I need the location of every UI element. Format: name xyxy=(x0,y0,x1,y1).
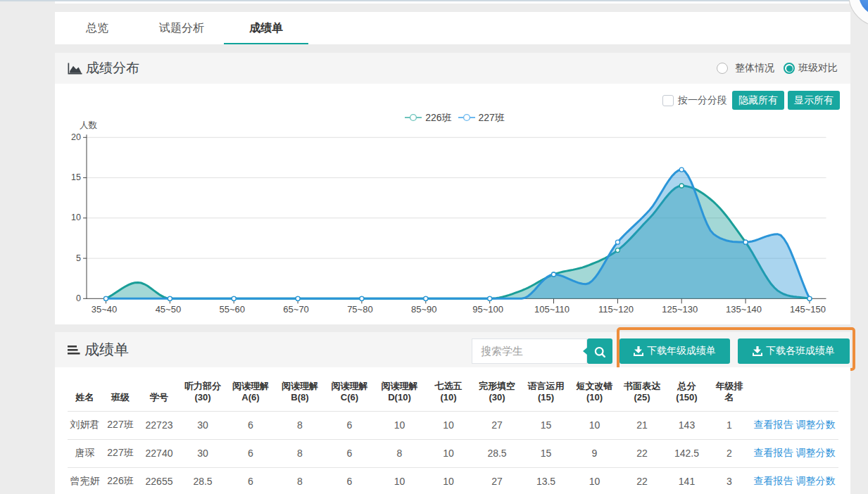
svg-text:125~130: 125~130 xyxy=(662,304,698,315)
svg-text:10: 10 xyxy=(71,213,81,222)
svg-text:15: 15 xyxy=(71,172,81,182)
svg-text:人数: 人数 xyxy=(80,120,98,130)
svg-text:0: 0 xyxy=(76,293,81,303)
svg-text:20: 20 xyxy=(71,132,81,142)
svg-text:105~110: 105~110 xyxy=(534,304,570,315)
svg-text:35~40: 35~40 xyxy=(92,304,118,315)
svg-text:95~100: 95~100 xyxy=(472,304,503,315)
svg-text:85~90: 85~90 xyxy=(411,304,437,315)
svg-text:55~60: 55~60 xyxy=(219,304,245,315)
svg-text:145~150: 145~150 xyxy=(790,304,826,315)
svg-text:135~140: 135~140 xyxy=(726,304,762,315)
svg-text:5: 5 xyxy=(76,253,81,263)
svg-text:45~50: 45~50 xyxy=(156,304,182,315)
svg-text:65~70: 65~70 xyxy=(283,304,309,315)
svg-text:115~120: 115~120 xyxy=(598,304,634,315)
svg-text:75~80: 75~80 xyxy=(347,304,373,315)
